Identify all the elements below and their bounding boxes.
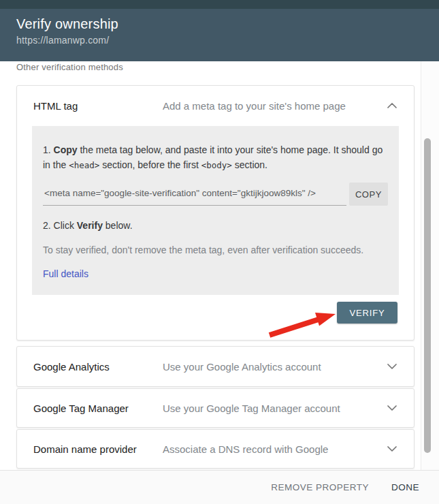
domain-name-provider-card: Domain name provider Associate a DNS rec… [16, 429, 414, 469]
chevron-up-icon[interactable] [387, 102, 397, 109]
meta-tag-field[interactable]: <meta name="google-site-verification" co… [43, 183, 346, 206]
meta-tag-row: <meta name="google-site-verification" co… [43, 183, 388, 206]
method-description: Add a meta tag to your site's home page [163, 100, 387, 112]
verify-button[interactable]: VERIFY [337, 302, 397, 324]
step2-instruction: 2. Click Verify below. [43, 220, 388, 231]
method-row-domain-name-provider[interactable]: Domain name provider Associate a DNS rec… [17, 430, 414, 468]
verify-row: VERIFY [17, 295, 414, 324]
chevron-down-icon[interactable] [387, 445, 397, 452]
html-tag-card: HTML tag Add a meta tag to your site's h… [16, 85, 414, 341]
dialog-header: Verify ownership https://lamanwp.com/ [0, 0, 439, 61]
method-label: Google Tag Manager [33, 403, 163, 414]
head-tag-code: <head> [69, 160, 99, 170]
method-description: Use your Google Tag Manager account [163, 403, 387, 414]
chevron-down-icon[interactable] [387, 405, 397, 411]
stay-verified-note: To stay verified, don't remove the meta … [43, 245, 388, 255]
property-url: https://lamanwp.com/ [16, 35, 423, 46]
remove-property-button[interactable]: REMOVE PROPERTY [271, 482, 369, 492]
chevron-down-icon[interactable] [387, 363, 397, 370]
copy-button[interactable]: COPY [349, 183, 388, 206]
method-row-html-tag[interactable]: HTML tag Add a meta tag to your site's h… [17, 86, 414, 125]
scrollbar-thumb[interactable] [424, 138, 431, 453]
method-label: Domain name provider [33, 443, 163, 455]
full-details-link[interactable]: Full details [43, 268, 88, 279]
google-analytics-card: Google Analytics Use your Google Analyti… [16, 346, 414, 387]
dialog-footer: REMOVE PROPERTY DONE [0, 470, 439, 504]
method-label: Google Analytics [33, 361, 163, 373]
method-label: HTML tag [33, 100, 163, 112]
method-description: Associate a DNS record with Google [163, 443, 387, 455]
body-tag-code: <body> [201, 160, 232, 170]
done-button[interactable]: DONE [391, 482, 419, 492]
scrollbar-track[interactable] [421, 61, 439, 470]
method-row-google-tag-manager[interactable]: Google Tag Manager Use your Google Tag M… [17, 389, 414, 427]
header-top-strip [0, 0, 439, 9]
google-tag-manager-card: Google Tag Manager Use your Google Tag M… [16, 388, 414, 428]
step1-instruction: 1. Copy the meta tag below, and paste it… [43, 142, 388, 173]
section-label: Other verification methods [16, 62, 123, 72]
method-row-google-analytics[interactable]: Google Analytics Use your Google Analyti… [17, 347, 414, 386]
instructions-panel: 1. Copy the meta tag below, and paste it… [32, 126, 399, 295]
method-description: Use your Google Analytics account [163, 361, 387, 373]
page-title: Verify ownership [16, 15, 423, 33]
